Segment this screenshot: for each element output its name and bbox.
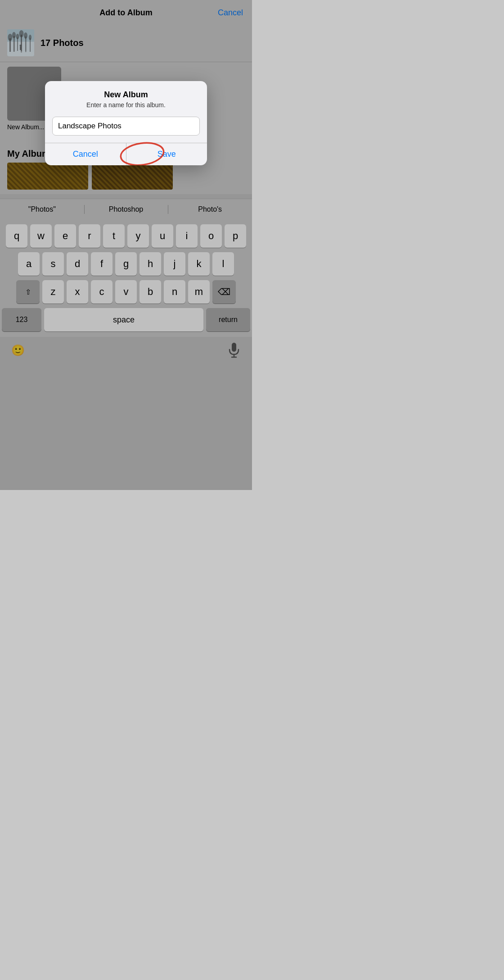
svg-point-12: [24, 32, 27, 39]
modal-cancel-button[interactable]: Cancel: [45, 143, 126, 165]
key-p[interactable]: p: [225, 224, 246, 248]
emoji-key[interactable]: 🙂: [7, 341, 29, 359]
svg-rect-16: [20, 46, 21, 50]
key-u[interactable]: u: [152, 224, 173, 248]
album-thumb-2[interactable]: [92, 163, 173, 190]
predictive-item-1[interactable]: "Photos": [0, 204, 84, 215]
predictive-item-2[interactable]: Photoshop: [84, 204, 168, 215]
key-n[interactable]: n: [164, 280, 185, 304]
microphone-key[interactable]: [223, 341, 245, 359]
key-k[interactable]: k: [188, 252, 210, 276]
photos-info-row: 17 Photos: [0, 24, 252, 62]
photo-thumbnail: [7, 29, 34, 56]
svg-rect-11: [25, 36, 27, 52]
key-h[interactable]: h: [140, 252, 161, 276]
modal-input-wrap: [45, 111, 207, 143]
key-i[interactable]: i: [176, 224, 198, 248]
backspace-key[interactable]: ⌫: [212, 280, 236, 304]
key-t[interactable]: t: [103, 224, 125, 248]
svg-point-17: [20, 45, 22, 46]
return-key[interactable]: return: [206, 308, 250, 331]
keyboard-row-3: ⇧ z x c v b n m ⌫: [2, 280, 250, 304]
svg-point-4: [8, 34, 13, 41]
key-r[interactable]: r: [79, 224, 100, 248]
key-z[interactable]: z: [42, 280, 64, 304]
key-d[interactable]: d: [67, 252, 88, 276]
space-key[interactable]: space: [44, 308, 203, 331]
key-b[interactable]: b: [140, 280, 161, 304]
svg-rect-5: [14, 36, 15, 52]
keyboard: q w e r t y u i o p a s d f g h j k l ⇧ …: [0, 220, 252, 337]
svg-rect-7: [17, 37, 18, 51]
svg-point-15: [7, 51, 34, 56]
key-m[interactable]: m: [188, 280, 210, 304]
new-album-label[interactable]: New Album...: [7, 123, 44, 131]
keyboard-row-2: a s d f g h j k l: [2, 252, 250, 276]
photos-count: 17 Photos: [40, 38, 84, 48]
svg-point-10: [19, 30, 24, 37]
key-l[interactable]: l: [212, 252, 234, 276]
svg-point-6: [12, 32, 16, 38]
album-thumb-1[interactable]: [7, 163, 88, 190]
predictive-bar: "Photos" Photoshop Photo's: [0, 199, 252, 220]
cancel-button[interactable]: Cancel: [218, 8, 243, 18]
modal-buttons: Cancel Save: [45, 143, 207, 165]
modal-subtitle: Enter a name for this album.: [54, 101, 198, 109]
svg-point-8: [16, 34, 19, 39]
key-s[interactable]: s: [42, 252, 64, 276]
svg-rect-13: [30, 38, 31, 52]
numbers-key[interactable]: 123: [2, 308, 41, 331]
album-name-input[interactable]: [52, 117, 200, 136]
albums-thumbnails: [7, 163, 245, 190]
keyboard-row-1: q w e r t y u i o p: [2, 224, 250, 248]
svg-rect-18: [232, 343, 236, 352]
modal-title: New Album: [54, 90, 198, 100]
key-o[interactable]: o: [200, 224, 222, 248]
key-c[interactable]: c: [91, 280, 112, 304]
modal-header: New Album Enter a name for this album.: [45, 81, 207, 111]
key-q[interactable]: q: [6, 224, 27, 248]
keyboard-row-bottom: 123 space return: [2, 308, 250, 331]
key-j[interactable]: j: [164, 252, 185, 276]
keyboard-extras: 🙂: [0, 337, 252, 362]
svg-point-14: [29, 35, 32, 40]
key-f[interactable]: f: [91, 252, 112, 276]
key-g[interactable]: g: [115, 252, 137, 276]
predictive-item-3[interactable]: Photo's: [168, 204, 252, 215]
key-e[interactable]: e: [54, 224, 76, 248]
key-a[interactable]: a: [18, 252, 40, 276]
key-v[interactable]: v: [115, 280, 137, 304]
key-w[interactable]: w: [30, 224, 52, 248]
shift-key[interactable]: ⇧: [16, 280, 40, 304]
page-title: Add to Album: [99, 8, 152, 18]
header: Add to Album Cancel: [0, 0, 252, 24]
key-y[interactable]: y: [127, 224, 149, 248]
modal-save-button[interactable]: Save: [126, 143, 207, 165]
modal-dialog: New Album Enter a name for this album. C…: [45, 81, 207, 165]
key-x[interactable]: x: [67, 280, 88, 304]
